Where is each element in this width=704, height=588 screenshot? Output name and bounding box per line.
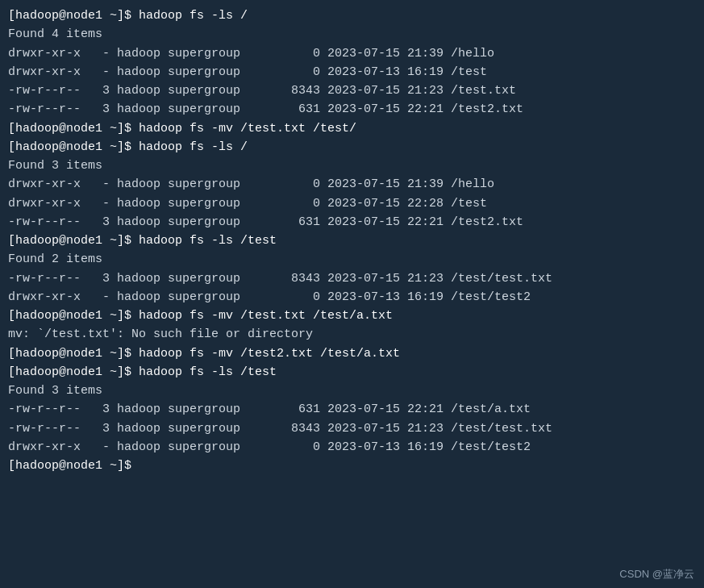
terminal-line: [hadoop@node1 ~]$ hadoop fs -ls /test	[8, 363, 696, 382]
terminal-line: Found 3 items	[8, 382, 696, 400]
terminal-line: Found 2 items	[8, 250, 696, 269]
terminal-line: drwxr-xr-x - hadoop supergroup 0 2023-07…	[8, 44, 696, 63]
terminal-line: Found 4 items	[8, 25, 696, 44]
terminal-line: drwxr-xr-x - hadoop supergroup 0 2023-07…	[8, 63, 696, 81]
terminal-line: [hadoop@node1 ~]$ hadoop fs -ls /test	[8, 231, 696, 250]
terminal-line: -rw-r--r-- 3 hadoop supergroup 8343 2023…	[8, 419, 696, 438]
terminal-line: -rw-r--r-- 3 hadoop supergroup 8343 2023…	[8, 81, 696, 100]
terminal-window: [hadoop@node1 ~]$ hadoop fs -ls /Found 4…	[0, 0, 704, 588]
terminal-line: drwxr-xr-x - hadoop supergroup 0 2023-07…	[8, 194, 696, 213]
terminal-line: [hadoop@node1 ~]$ hadoop fs -mv /test.tx…	[8, 307, 696, 325]
terminal-line: drwxr-xr-x - hadoop supergroup 0 2023-07…	[8, 438, 696, 457]
terminal-line: -rw-r--r-- 3 hadoop supergroup 631 2023-…	[8, 213, 696, 231]
terminal-line: -rw-r--r-- 3 hadoop supergroup 8343 2023…	[8, 269, 696, 288]
terminal-line: [hadoop@node1 ~]$ hadoop fs -ls /	[8, 6, 696, 25]
terminal-line: mv: `/test.txt': No such file or directo…	[8, 325, 696, 344]
terminal-line: [hadoop@node1 ~]$ hadoop fs -ls /	[8, 138, 696, 156]
watermark: CSDN @蓝净云	[619, 567, 694, 582]
terminal-line: drwxr-xr-x - hadoop supergroup 0 2023-07…	[8, 288, 696, 307]
terminal-output: [hadoop@node1 ~]$ hadoop fs -ls /Found 4…	[8, 6, 696, 475]
terminal-line: [hadoop@node1 ~]$ hadoop fs -mv /test2.t…	[8, 344, 696, 363]
terminal-line: -rw-r--r-- 3 hadoop supergroup 631 2023-…	[8, 100, 696, 119]
terminal-line: -rw-r--r-- 3 hadoop supergroup 631 2023-…	[8, 400, 696, 419]
terminal-line: Found 3 items	[8, 156, 696, 175]
terminal-line: [hadoop@node1 ~]$	[8, 457, 696, 475]
terminal-line: drwxr-xr-x - hadoop supergroup 0 2023-07…	[8, 175, 696, 194]
terminal-line: [hadoop@node1 ~]$ hadoop fs -mv /test.tx…	[8, 119, 696, 138]
